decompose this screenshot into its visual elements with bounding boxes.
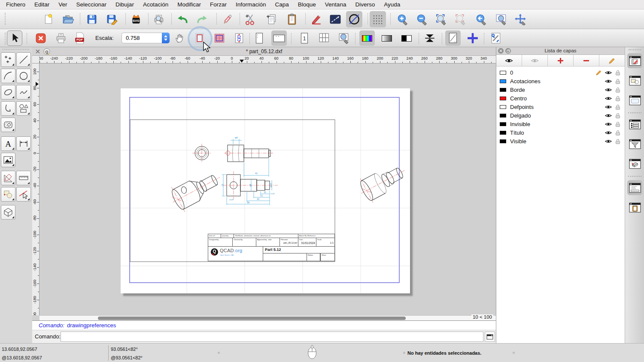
layer-row-Centro[interactable]: Centro [496, 94, 625, 103]
layer-visibility-icon[interactable] [605, 96, 612, 101]
menu-item-4[interactable]: Dibujar [115, 1, 134, 8]
hatch-tools-button[interactable] [1, 118, 15, 132]
edit-layer-button[interactable] [599, 55, 625, 66]
block-list-panel-button[interactable] [627, 73, 642, 88]
arc-tools-button[interactable] [1, 69, 15, 83]
scale-stepper[interactable] [162, 33, 170, 43]
clipboard-panel-button[interactable] [627, 200, 642, 215]
layer-list-panel-button[interactable] [627, 53, 642, 68]
selection-filter-panel-button[interactable] [627, 136, 642, 151]
h-scrollbar[interactable]: 10 < 100 [39, 315, 496, 320]
layer-lock-icon[interactable] [615, 130, 620, 136]
undo-button[interactable] [174, 11, 191, 27]
close-print-preview-button[interactable] [33, 30, 49, 46]
modify-tools-button[interactable] [1, 171, 15, 185]
auto-zoom-button[interactable] [433, 11, 450, 27]
command-history[interactable]: Comando:drawingpreferences [32, 320, 496, 330]
layer-row-0[interactable]: 0 [496, 68, 625, 77]
paste-button[interactable] [284, 11, 300, 27]
menu-item-5[interactable]: Acotación [143, 1, 168, 8]
layer-color-swatch[interactable] [500, 79, 506, 83]
menu-item-0[interactable]: Fichero [6, 1, 25, 8]
layer-color-swatch[interactable] [500, 88, 506, 92]
layer-visibility-icon[interactable] [605, 70, 612, 75]
layer-color-swatch[interactable] [500, 97, 506, 100]
auto-fit-button[interactable] [422, 30, 437, 46]
layer-color-swatch[interactable] [500, 71, 506, 75]
grid-toggle-button[interactable] [370, 11, 386, 27]
library-browser-panel-button[interactable] [627, 156, 642, 171]
view-end[interactable] [192, 144, 211, 163]
property-editor-panel-button[interactable] [627, 117, 642, 132]
layer-visibility-icon[interactable] [605, 139, 612, 144]
save-as-button[interactable] [104, 11, 120, 27]
menu-item-3[interactable]: Seleccionar [76, 1, 107, 8]
drawing-sheet-button[interactable] [445, 30, 461, 46]
text-tool-button[interactable]: A [1, 136, 15, 151]
redo-button[interactable] [194, 11, 210, 27]
toolbar-handle[interactable] [5, 33, 6, 45]
layer-visibility-icon[interactable] [605, 113, 612, 118]
menu-item-8[interactable]: Información [236, 1, 266, 8]
layer-lock-icon[interactable] [615, 104, 620, 110]
ellipse-tools-button[interactable] [1, 85, 15, 100]
strip-handle[interactable] [629, 49, 641, 50]
menu-item-12[interactable]: Diverso [355, 1, 375, 8]
block-tools-button[interactable] [1, 187, 15, 202]
measure-tools-button[interactable] [16, 171, 31, 185]
copy-button[interactable] [264, 11, 280, 27]
h-scrollbar-thumb[interactable] [98, 317, 406, 320]
document-title[interactable]: * part_05.12.dxf [32, 48, 496, 54]
layer-visibility-icon[interactable] [605, 105, 612, 109]
image-tool-button[interactable] [1, 153, 15, 167]
layer-row-Acotaciones[interactable]: Acotaciones [496, 77, 625, 85]
print-button[interactable] [53, 30, 69, 46]
new-file-button[interactable] [40, 11, 57, 27]
layer-lock-icon[interactable] [615, 70, 620, 75]
menu-item-6[interactable]: Modificar [177, 1, 201, 8]
command-window-button[interactable] [485, 332, 495, 342]
pdf-export-button[interactable]: PDF [72, 30, 88, 46]
point-tools-button[interactable] [1, 52, 15, 67]
save-button[interactable] [84, 11, 100, 27]
view-list-panel-button[interactable] [627, 93, 642, 108]
layer-visibility-icon[interactable] [605, 79, 612, 84]
layer-row-Defpoints[interactable]: Defpoints [496, 103, 625, 111]
cut-button[interactable] [242, 11, 258, 27]
view-side-bottom[interactable]: 18 ø9 ø10 2x45° 1x45° 11 21 32 58 [221, 171, 278, 205]
layer-lock-icon[interactable] [615, 96, 620, 101]
layer-visibility-icon[interactable] [605, 130, 612, 135]
view-side-top[interactable]: ø8 41 [224, 136, 273, 177]
add-layer-button[interactable] [548, 55, 574, 66]
circle-tools-button[interactable] [16, 69, 31, 83]
svg-export-button[interactable]: SVG [128, 11, 144, 27]
command-line-panel-button[interactable] [627, 180, 642, 195]
layer-visibility-icon[interactable] [605, 122, 612, 127]
layer-color-swatch[interactable] [500, 139, 506, 143]
layer-row-Borde[interactable]: Borde [496, 85, 625, 94]
layer-color-swatch[interactable] [500, 122, 506, 126]
blackwhite-button[interactable] [399, 30, 414, 46]
layer-lock-icon[interactable] [615, 113, 620, 118]
property-edit-button[interactable] [308, 11, 325, 27]
layer-color-swatch[interactable] [500, 114, 506, 118]
layer-visibility-icon[interactable] [605, 87, 612, 92]
remove-layer-button[interactable] [574, 55, 599, 66]
drawing-canvas[interactable]: ø8 41 18 [39, 63, 496, 315]
menu-item-7[interactable]: Forzar [210, 1, 227, 8]
layer-lock-icon[interactable] [615, 121, 620, 127]
layer-lock-icon[interactable] [615, 139, 620, 144]
draft-mode-button[interactable] [346, 11, 362, 27]
menu-item-1[interactable]: Editar [34, 1, 49, 8]
grayscale-button[interactable] [379, 30, 395, 46]
full-color-button[interactable] [359, 30, 375, 46]
menu-item-9[interactable]: Capa [275, 1, 289, 8]
toolbar-handle[interactable] [5, 13, 6, 25]
zoom-in-button[interactable] [395, 11, 411, 27]
multi-page-button[interactable] [316, 30, 332, 46]
view-iso-left[interactable] [166, 165, 226, 214]
solid-tools-button[interactable] [1, 205, 15, 220]
zoom-selection-button[interactable] [453, 11, 469, 27]
selection-tool-button[interactable] [7, 30, 22, 46]
layer-row-Delgado[interactable]: Delgado [496, 111, 625, 120]
